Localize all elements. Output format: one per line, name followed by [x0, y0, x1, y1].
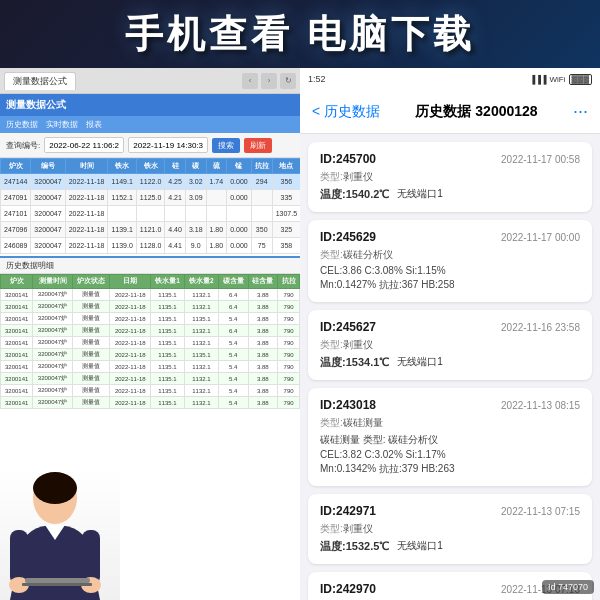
- table-cell: 测量值: [72, 349, 110, 361]
- card-id: ID:242971: [320, 504, 376, 518]
- table-row[interactable]: 24714432000472022-11-181149.11122.04.253…: [1, 174, 301, 190]
- table-cell: 2022-11-18: [65, 238, 108, 254]
- table-cell: 2022-11-18: [110, 337, 151, 349]
- table-cell: 0.000: [227, 174, 252, 190]
- table-cell: 1135.1: [151, 385, 185, 397]
- more-menu-button[interactable]: ···: [573, 101, 588, 122]
- card-analysis-data: CEL:3.86 C:3.08% Si:1.15%: [320, 265, 580, 276]
- web-sub-nav: 历史数据 实时数据 报表: [0, 116, 300, 133]
- table-cell: 1135.1: [151, 397, 185, 409]
- card-analysis-data-3: Mn:0.1342% 抗拉:379 HB:263: [320, 462, 580, 476]
- person-overlay: [0, 470, 120, 600]
- table-cell: 3.88: [248, 349, 278, 361]
- table-cell: 3200047炉: [33, 373, 72, 385]
- table-cell: 1132.1: [184, 373, 218, 385]
- card-type: 类型:剥重仪: [320, 170, 580, 184]
- card-date: 2022-11-13 07:15: [501, 506, 580, 517]
- table-cell: [206, 206, 227, 222]
- date-end-input[interactable]: [128, 137, 208, 153]
- table-cell: 3200047炉: [33, 289, 72, 301]
- mobile-time: 1:52: [308, 74, 326, 84]
- card-date: 2022-11-16 23:58: [501, 322, 580, 333]
- browser-tab[interactable]: 测量数据公式: [4, 72, 76, 90]
- table-row: 32001413200047炉测量值2022-11-181135.11132.1…: [1, 361, 300, 373]
- mobile-card-list: ID:2457002022-11-17 00:58类型:剥重仪温度:1540.2…: [300, 134, 600, 600]
- table-cell: 1128.0: [136, 238, 164, 254]
- table-cell: 1307.5: [272, 206, 300, 222]
- table-cell: 测量值: [72, 397, 110, 409]
- bth-8: 硅含量: [248, 275, 278, 289]
- list-item[interactable]: ID:2456272022-11-16 23:58类型:剥重仪温度:1534.1…: [308, 310, 592, 380]
- table-cell: 3200141: [1, 313, 33, 325]
- sub-nav-item-1[interactable]: 历史数据: [6, 119, 38, 130]
- table-cell: 358: [272, 238, 300, 254]
- table-cell: 1135.1: [151, 349, 185, 361]
- table-cell: 2022-11-18: [110, 313, 151, 325]
- card-id: ID:245700: [320, 152, 376, 166]
- table-cell: 3.88: [248, 397, 278, 409]
- search-button[interactable]: 搜索: [212, 138, 240, 153]
- bottom-table-section: 历史数据明细 炉次 测量时间 炉次状态 日期 铁水量1 铁水量2 碳含量 硅含量: [0, 256, 300, 409]
- table-cell: 5.4: [218, 385, 248, 397]
- filter-bar: 查询编号: 搜索 刷新: [0, 133, 300, 158]
- card-analysis-data-2: Mn:0.1427% 抗拉:367 HB:258: [320, 278, 580, 292]
- date-start-input[interactable]: [44, 137, 124, 153]
- table-cell: 3.88: [248, 385, 278, 397]
- nav-refresh-btn[interactable]: ↻: [280, 73, 296, 89]
- table-cell: 1135.1: [151, 301, 185, 313]
- table-cell: 1135.1: [151, 289, 185, 301]
- table-cell: 1139.1: [108, 222, 136, 238]
- nav-forward-btn[interactable]: ›: [261, 73, 277, 89]
- table-cell: 4.40: [165, 222, 186, 238]
- back-button[interactable]: < 历史数据: [312, 103, 380, 121]
- table-row[interactable]: 24709632000472022-11-181139.11121.04.403…: [1, 222, 301, 238]
- table-cell: 3.88: [248, 361, 278, 373]
- table-cell: 790: [278, 373, 300, 385]
- list-item[interactable]: ID:2456292022-11-17 00:00类型:碳硅分析仪CEL:3.8…: [308, 220, 592, 302]
- table-cell: 1.74: [206, 174, 227, 190]
- table-cell: 3200047: [31, 206, 65, 222]
- svg-rect-7: [22, 583, 92, 586]
- table-cell: [108, 206, 136, 222]
- list-item[interactable]: ID:2457002022-11-17 00:58类型:剥重仪温度:1540.2…: [308, 142, 592, 212]
- table-cell: 335: [272, 190, 300, 206]
- table-row: 32001413200047炉测量值2022-11-181135.11132.1…: [1, 373, 300, 385]
- card-id: ID:242970: [320, 582, 376, 596]
- table-cell: 2022-11-18: [110, 361, 151, 373]
- sub-nav-item-3[interactable]: 报表: [86, 119, 102, 130]
- table-cell: 3200047炉: [33, 361, 72, 373]
- table-row: 32001413200047炉测量值2022-11-181135.11132.1…: [1, 337, 300, 349]
- table-cell: 5.4: [218, 373, 248, 385]
- table-cell: 测量值: [72, 325, 110, 337]
- bottom-data-table: 炉次 测量时间 炉次状态 日期 铁水量1 铁水量2 碳含量 硅含量 抗拉: [0, 274, 300, 409]
- list-item[interactable]: ID:2429712022-11-13 07:15类型:剥重仪温度:1532.5…: [308, 494, 592, 564]
- table-cell: 2022-11-18: [110, 289, 151, 301]
- table-cell: [251, 190, 272, 206]
- browser-nav: ‹ › ↻: [242, 73, 296, 89]
- th-碳: 碳: [185, 159, 206, 174]
- table-cell: 2022-11-18: [110, 325, 151, 337]
- table-cell: 0.000: [227, 190, 252, 206]
- table-row: 32001413200047炉测量值2022-11-181135.11132.1…: [1, 289, 300, 301]
- table-cell: 246089: [1, 238, 31, 254]
- reset-button[interactable]: 刷新: [244, 138, 272, 153]
- right-panel: 1:52 ▐▐▐ WiFi ▓▓▓ < 历史数据 历史数据 32000128 ·…: [300, 68, 600, 600]
- table-cell: 2022-11-18: [110, 373, 151, 385]
- table-row[interactable]: 24709132000472022-11-181152.11125.04.213…: [1, 190, 301, 206]
- table-cell: 1135.1: [151, 337, 185, 349]
- mobile-status-bar: 1:52 ▐▐▐ WiFi ▓▓▓: [300, 68, 600, 90]
- top-data-table: 炉次 编号 时间 铁水 铁水 硅 碳 硫 锰 抗拉 地点 温度: [0, 158, 300, 254]
- card-header: ID:2457002022-11-17 00:58: [320, 152, 580, 166]
- table-row[interactable]: 24710132000472022-11-181307.5查看: [1, 206, 301, 222]
- table-cell: 1135.1: [151, 361, 185, 373]
- card-header: ID:2456292022-11-17 00:00: [320, 230, 580, 244]
- sub-nav-item-2[interactable]: 实时数据: [46, 119, 78, 130]
- table-cell: 3.88: [248, 325, 278, 337]
- table-row: 32001413200047炉测量值2022-11-181135.11132.1…: [1, 397, 300, 409]
- table-cell: 247144: [1, 174, 31, 190]
- list-item[interactable]: ID:2430182022-11-13 08:15类型:碳硅测量碳硅测量 类型:…: [308, 388, 592, 486]
- nav-back-btn[interactable]: ‹: [242, 73, 258, 89]
- table-cell: 3200141: [1, 349, 33, 361]
- table-row[interactable]: 24608932000472022-11-181139.01128.04.419…: [1, 238, 301, 254]
- card-id: ID:243018: [320, 398, 376, 412]
